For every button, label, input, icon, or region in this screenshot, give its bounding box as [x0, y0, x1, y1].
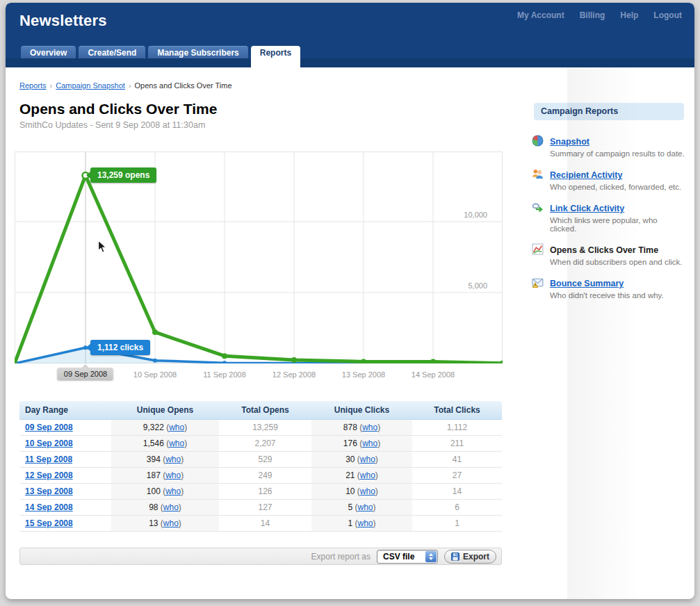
table-row: 14 Sep 2008 98 (who) 127 5 (who) 6 — [19, 499, 502, 515]
clicks-point — [153, 359, 157, 363]
total-opens-cell: 13,259 — [219, 419, 311, 435]
who-clicked-link[interactable]: who — [360, 470, 375, 480]
unique-opens-cell: 13 (who) — [111, 515, 219, 531]
who-clicked-link[interactable]: who — [358, 518, 373, 528]
sidebar-item-description: Who didn't receive this and why. — [550, 291, 685, 300]
mouse-cursor — [97, 240, 108, 257]
total-clicks-cell: 41 — [412, 451, 502, 467]
who-clicked-link[interactable]: who — [362, 423, 377, 432]
app-title: Newsletters — [19, 12, 107, 30]
who-clicked-link[interactable]: who — [360, 454, 375, 464]
day-link[interactable]: 10 Sep 2008 — [25, 439, 73, 448]
who-opened-link[interactable]: who — [165, 454, 181, 464]
day-cell: 14 Sep 2008 — [19, 499, 111, 515]
chart-plot[interactable] — [15, 152, 503, 363]
export-button[interactable]: Export — [444, 550, 496, 564]
x-axis-label: 12 Sep 2008 — [272, 370, 316, 379]
who-opened-link[interactable]: who — [165, 486, 181, 496]
export-format-select[interactable]: CSV file — [377, 550, 438, 564]
sidebar-item-recipient-activity: Recipient Activity Who opened, clicked, … — [528, 168, 685, 191]
col-unique-clicks: Unique Clicks — [311, 401, 412, 419]
tab-manage-subscribers[interactable]: Manage Subscribers — [148, 46, 247, 58]
x-axis-label: 13 Sep 2008 — [342, 370, 385, 379]
export-format-value: CSV file — [383, 552, 414, 562]
total-opens-cell: 529 — [219, 451, 311, 467]
day-link[interactable]: 11 Sep 2008 — [25, 454, 72, 464]
header-link-my-account[interactable]: My Account — [517, 10, 564, 20]
col-total-clicks: Total Clicks — [412, 401, 502, 419]
sidebar-link-link-click-activity[interactable]: Link Click Activity — [550, 204, 624, 213]
who-clicked-link[interactable]: who — [362, 439, 377, 448]
breadcrumb-opens-and-clicks-over-time: Opens and Clicks Over Time — [135, 81, 232, 90]
total-clicks-cell: 1,112 — [412, 419, 502, 435]
opens-line — [15, 175, 503, 363]
sidebar-title: Campaign Reports — [534, 103, 684, 120]
day-link[interactable]: 13 Sep 2008 — [25, 486, 73, 496]
opens-clicks-chart[interactable] — [15, 152, 503, 363]
page-subtitle: SmithCo Updates - Sent 9 Sep 2008 at 11:… — [19, 120, 205, 130]
line-chart-icon — [532, 243, 544, 255]
select-stepper-icon — [425, 551, 437, 562]
sidebar-link-snapshot[interactable]: Snapshot — [550, 137, 589, 147]
unique-opens-cell: 100 (who) — [111, 483, 219, 499]
header-link-help[interactable]: Help — [620, 10, 638, 20]
who-opened-link[interactable]: who — [169, 423, 184, 432]
bounce-envelope-icon — [532, 277, 544, 288]
tab-overview[interactable]: Overview — [21, 46, 76, 58]
export-label: Export report as — [311, 552, 371, 562]
day-link[interactable]: 15 Sep 2008 — [25, 518, 73, 528]
who-opened-link[interactable]: who — [169, 439, 184, 448]
total-opens-cell: 249 — [219, 467, 311, 483]
breadcrumb-separator: › — [50, 81, 53, 90]
save-disk-icon — [451, 552, 459, 561]
col-day-range: Day Range — [19, 401, 111, 419]
unique-clicks-cell: 1 (who) — [311, 515, 412, 531]
who-opened-link[interactable]: who — [163, 518, 179, 528]
who-clicked-link[interactable]: who — [360, 486, 375, 496]
breadcrumb-campaign-snapshot[interactable]: Campaign Snapshot — [56, 81, 125, 90]
sidebar-item-description: Summary of campaign results to date. — [550, 149, 685, 158]
day-cell: 11 Sep 2008 — [19, 451, 111, 467]
day-link[interactable]: 09 Sep 2008 — [25, 423, 73, 432]
breadcrumb-separator: › — [129, 81, 131, 90]
tab-create-send[interactable]: Create/Send — [79, 46, 145, 58]
who-opened-link[interactable]: who — [163, 502, 179, 512]
breadcrumb: Reports›Campaign Snapshot›Opens and Clic… — [19, 81, 232, 90]
tab-reports[interactable]: Reports — [251, 46, 300, 67]
export-button-label: Export — [463, 552, 489, 562]
total-clicks-cell: 27 — [412, 467, 502, 483]
day-link[interactable]: 12 Sep 2008 — [25, 470, 73, 480]
selected-day-label[interactable]: 09 Sep 2008 — [58, 368, 113, 380]
header-link-logout[interactable]: Logout — [653, 10, 682, 20]
who-clicked-link[interactable]: who — [358, 502, 373, 512]
col-unique-opens: Unique Opens — [111, 401, 219, 419]
total-opens-cell: 14 — [219, 515, 311, 531]
sidebar-current-page-label: Opens & Clicks Over Time — [550, 245, 658, 255]
daily-results-table: Day Range Unique Opens Total Opens Uniqu… — [19, 401, 502, 532]
who-opened-link[interactable]: who — [165, 470, 181, 480]
sidebar-link-recipient-activity[interactable]: Recipient Activity — [550, 170, 622, 180]
day-link[interactable]: 14 Sep 2008 — [25, 502, 73, 512]
link-click-icon — [532, 202, 544, 213]
content-card: Newsletters My AccountBillingHelpLogout … — [6, 3, 694, 599]
y-axis-label: 10,000 — [15, 211, 494, 219]
sidebar-item-link-click-activity: Link Click Activity Which links were pop… — [528, 202, 685, 233]
opens-point — [152, 329, 158, 335]
page: Newsletters My AccountBillingHelpLogout … — [0, 0, 700, 606]
sidebar-link-bounce-summary[interactable]: Bounce Summary — [550, 279, 624, 288]
table-row: 13 Sep 2008 100 (who) 126 10 (who) 14 — [19, 483, 502, 499]
day-cell: 15 Sep 2008 — [19, 515, 111, 531]
col-total-opens: Total Opens — [219, 401, 311, 419]
header-link-billing[interactable]: Billing — [580, 10, 605, 20]
account-links: My AccountBillingHelpLogout — [517, 10, 682, 20]
breadcrumb-reports[interactable]: Reports — [19, 81, 47, 90]
total-opens-cell: 2,207 — [219, 435, 311, 451]
x-axis-label: 11 Sep 2008 — [203, 370, 246, 379]
table-row: 11 Sep 2008 394 (who) 529 30 (who) 41 — [19, 451, 502, 467]
opens-tooltip: 13,259 opens — [90, 167, 156, 183]
unique-opens-cell: 1,546 (who) — [111, 435, 219, 451]
total-opens-cell: 127 — [219, 499, 311, 515]
unique-clicks-cell: 878 (who) — [311, 419, 412, 435]
opens-point — [430, 359, 436, 363]
sidebar-item-bounce-summary: Bounce Summary Who didn't receive this a… — [528, 277, 685, 300]
